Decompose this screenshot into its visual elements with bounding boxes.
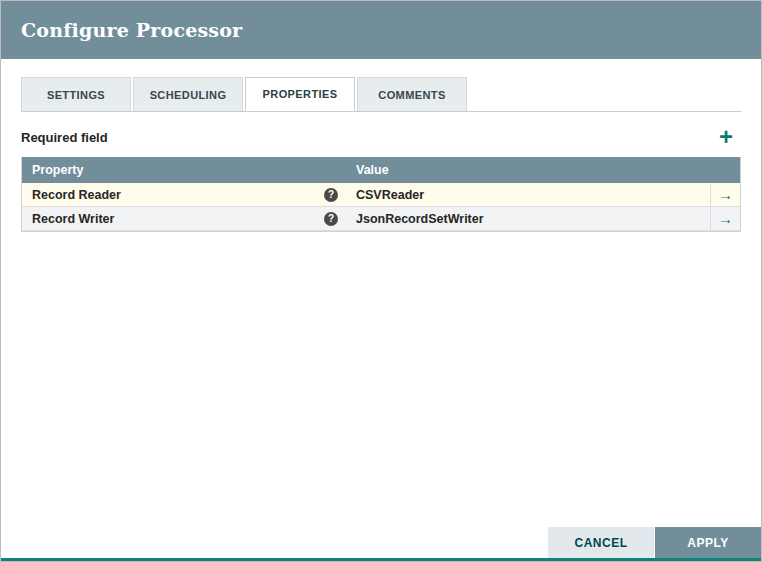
help-icon[interactable]: ?	[324, 212, 338, 226]
go-to-service-button[interactable]: →	[710, 183, 740, 206]
dialog-footer: CANCEL APPLY	[548, 527, 761, 558]
tab-settings[interactable]: SETTINGS	[21, 77, 131, 111]
properties-toolbar: Required field +	[21, 121, 741, 153]
table-row-record-writer: Record Writer ? JsonRecordSetWriter →	[22, 207, 740, 231]
property-name: Record Writer	[32, 212, 114, 226]
apply-button[interactable]: APPLY	[655, 527, 761, 558]
properties-table: Property Value Record Reader ? CSVReader…	[21, 157, 741, 232]
table-row-record-reader: Record Reader ? CSVReader →	[22, 183, 740, 207]
required-field-label: Required field	[21, 130, 108, 145]
dialog-header: Configure Processor	[1, 1, 761, 59]
arrow-right-icon: →	[718, 211, 733, 226]
help-icon[interactable]: ?	[324, 188, 338, 202]
add-property-button[interactable]: +	[711, 122, 741, 152]
properties-table-header: Property Value	[22, 157, 740, 183]
property-name-cell: Record Writer ?	[22, 207, 346, 230]
column-header-value: Value	[346, 163, 740, 177]
arrow-right-icon: →	[718, 187, 733, 202]
property-name: Record Reader	[32, 188, 121, 202]
cancel-button[interactable]: CANCEL	[548, 527, 654, 558]
configure-processor-dialog: Configure Processor SETTINGS SCHEDULING …	[0, 0, 762, 562]
plus-icon: +	[719, 125, 733, 149]
go-to-service-button[interactable]: →	[710, 207, 740, 230]
bottom-accent-strip	[1, 558, 761, 561]
tab-properties[interactable]: PROPERTIES	[245, 77, 355, 111]
tab-comments[interactable]: COMMENTS	[357, 77, 467, 111]
property-value-cell[interactable]: CSVReader	[346, 183, 710, 206]
property-value-cell[interactable]: JsonRecordSetWriter	[346, 207, 710, 230]
tab-scheduling[interactable]: SCHEDULING	[133, 77, 243, 111]
property-name-cell: Record Reader ?	[22, 183, 346, 206]
dialog-body: SETTINGS SCHEDULING PROPERTIES COMMENTS …	[1, 59, 761, 232]
tab-bar: SETTINGS SCHEDULING PROPERTIES COMMENTS	[21, 77, 741, 112]
column-header-property: Property	[22, 163, 346, 177]
dialog-title: Configure Processor	[21, 19, 242, 41]
